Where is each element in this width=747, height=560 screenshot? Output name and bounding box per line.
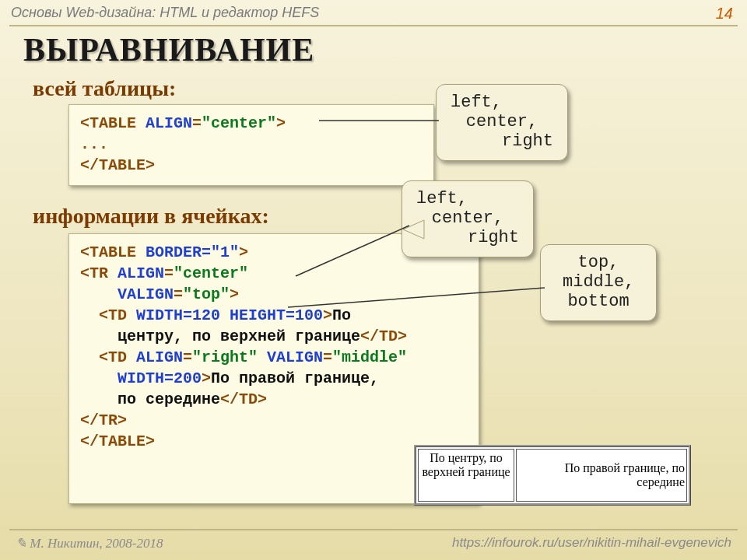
callout-line: center, (451, 112, 553, 131)
example-cell-1: По центру, по верхней границе (418, 449, 514, 502)
code-text: BORDER="1" (146, 243, 239, 261)
code-text: WIDTH=120 HEIGHT=100 (136, 306, 323, 324)
code-text: ALIGN (146, 114, 192, 132)
code-text: VALIGN (267, 348, 323, 366)
divider-bottom (9, 529, 738, 530)
code-text: По правой границе, (211, 369, 379, 387)
callout-line: middle, (555, 272, 642, 292)
pencil-icon: ✎ (16, 536, 26, 551)
code-text: > (276, 114, 286, 132)
footer-url: https://infourok.ru/user/nikitin-mihail-… (452, 535, 731, 551)
code-text: = (174, 285, 183, 303)
code-text: VALIGN (117, 285, 174, 303)
footer-author-text: М. Никитин, 2008-2018 (26, 536, 163, 551)
code-text: ALIGN (117, 264, 164, 282)
code-text: WIDTH=200 (117, 369, 202, 387)
code-text: <TD (80, 306, 136, 324)
callout-line: left, (451, 93, 553, 112)
callout-line: top, (555, 253, 642, 272)
subhead-cell-align: информации в ячейках: (33, 204, 269, 229)
example-cell-2: По правой границе, по середине (516, 449, 687, 502)
code-text: </TR> (80, 411, 127, 429)
page-number: 14 (716, 5, 733, 23)
code-text: По (332, 306, 351, 324)
code-text: </TD> (220, 390, 267, 408)
callout-align-values-1: left, center, right (436, 84, 568, 161)
code-text: центру, по верхней границе (80, 327, 360, 345)
code-text: "right" (192, 348, 267, 366)
code-text: <TABLE (80, 243, 146, 261)
callout-line: right (416, 228, 519, 247)
code-text: "middle" (332, 348, 407, 366)
code-text: "center" (174, 264, 248, 282)
example-table: По центру, по верхней границе По правой … (414, 445, 691, 506)
breadcrumb: Основы Web-дизайна: HTML и редактор HEFS (11, 5, 319, 21)
code-text: = (183, 348, 192, 366)
code-text (80, 285, 117, 303)
code-text: </TD> (360, 327, 407, 345)
code-text: = (192, 114, 202, 132)
code-text: ALIGN (136, 348, 183, 366)
footer-author: ✎ М. Никитин, 2008-2018 (16, 535, 163, 551)
code-text: по середине (80, 390, 220, 408)
divider-top (9, 25, 738, 26)
code-text: = (323, 348, 332, 366)
code-text: <TABLE (80, 114, 146, 132)
code-text: <TR (80, 264, 117, 282)
callout-line: center, (416, 208, 519, 228)
subhead-table-align: всей таблицы: (33, 76, 176, 101)
code-text: </TABLE> (80, 156, 155, 174)
code-text: ... (80, 135, 108, 153)
code-text: "center" (202, 114, 276, 132)
code-text: <TD (80, 348, 136, 366)
callout-valign-values: top, middle, bottom (540, 244, 657, 321)
code-text: > (202, 369, 211, 387)
code-block-table-align: <TABLE ALIGN="center"> ... </TABLE> (68, 104, 434, 186)
callout-line: right (451, 131, 553, 151)
page-title: ВЫРАВНИВАНИЕ (23, 31, 314, 68)
code-text: > (239, 243, 248, 261)
callout-align-values-2: left, center, right (402, 180, 534, 257)
callout-line: bottom (555, 292, 642, 311)
callout-line: left, (416, 189, 519, 208)
code-text (80, 369, 117, 387)
code-text: > (323, 306, 332, 324)
code-text: "top" (183, 285, 230, 303)
code-text: > (230, 285, 239, 303)
code-text: </TABLE> (80, 432, 155, 450)
code-text: = (164, 264, 174, 282)
